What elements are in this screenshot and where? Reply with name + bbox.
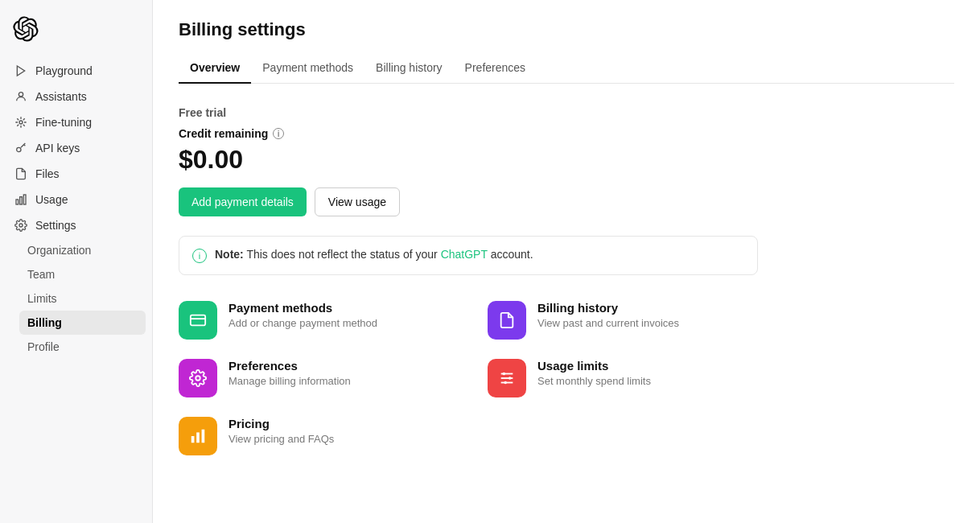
tab-payment-methods[interactable]: Payment methods <box>251 53 364 84</box>
svg-point-10 <box>196 376 200 381</box>
tab-preferences[interactable]: Preferences <box>454 53 537 84</box>
play-icon <box>14 64 27 77</box>
sidebar-item-profile[interactable]: Profile <box>19 335 146 359</box>
card-title-pricing: Pricing <box>229 417 334 430</box>
card-info-billing-history: Billing history View past and current in… <box>537 301 679 329</box>
sidebar-item-settings[interactable]: Settings <box>6 212 146 238</box>
svg-point-7 <box>19 224 23 227</box>
tab-billing-history[interactable]: Billing history <box>364 53 453 84</box>
card-desc-payment-methods: Add or change payment method <box>229 317 377 329</box>
card-icon-billing-history <box>488 301 526 340</box>
credit-info-icon[interactable]: i <box>273 128 284 139</box>
svg-rect-5 <box>20 197 23 204</box>
card-title-billing-history: Billing history <box>537 301 679 315</box>
card-info-usage-limits: Usage limits Set monthly spend limits <box>537 359 651 387</box>
card-preferences[interactable]: Preferences Manage billing information <box>179 359 449 397</box>
card-billing-history[interactable]: Billing history View past and current in… <box>488 301 758 340</box>
card-desc-pricing: View pricing and FAQs <box>229 433 334 445</box>
svg-rect-4 <box>16 200 19 204</box>
card-desc-usage-limits: Set monthly spend limits <box>537 375 651 387</box>
tab-overview[interactable]: Overview <box>179 53 251 84</box>
note-text: Note: This does not reflect the status o… <box>215 248 533 261</box>
sidebar-item-limits[interactable]: Limits <box>19 286 146 311</box>
svg-rect-8 <box>191 315 205 326</box>
main-content: Billing settings Overview Payment method… <box>153 0 980 523</box>
card-info-pricing: Pricing View pricing and FAQs <box>229 417 334 445</box>
add-payment-button[interactable]: Add payment details <box>179 187 307 216</box>
free-trial-label: Free trial <box>179 106 954 119</box>
credit-label-row: Credit remaining i <box>179 127 954 140</box>
svg-marker-0 <box>17 66 24 76</box>
card-usage-limits[interactable]: Usage limits Set monthly spend limits <box>488 359 758 397</box>
svg-point-15 <box>509 377 512 380</box>
card-pricing[interactable]: Pricing View pricing and FAQs <box>179 417 449 455</box>
card-info-payment-methods: Payment methods Add or change payment me… <box>229 301 377 329</box>
file-icon <box>14 167 27 180</box>
sidebar-item-files[interactable]: Files <box>6 161 146 187</box>
page-title: Billing settings <box>179 19 954 40</box>
card-icon-pricing <box>179 417 217 455</box>
svg-point-16 <box>504 381 507 385</box>
tabs: Overview Payment methods Billing history… <box>179 53 954 84</box>
sidebar: Playground Assistants Fine-tuning API ke… <box>0 0 153 523</box>
svg-rect-18 <box>196 432 200 443</box>
note-icon: i <box>192 249 207 263</box>
card-icon-payment-methods <box>179 301 217 340</box>
action-buttons: Add payment details View usage <box>179 187 954 216</box>
svg-rect-17 <box>191 436 195 443</box>
card-desc-preferences: Manage billing information <box>229 375 351 387</box>
card-title-payment-methods: Payment methods <box>229 301 377 315</box>
card-icon-preferences <box>179 359 217 397</box>
svg-point-3 <box>17 147 21 151</box>
key-icon <box>14 142 27 154</box>
chart-bar-icon <box>14 193 27 206</box>
card-title-preferences: Preferences <box>229 359 351 373</box>
note-box: i Note: This does not reflect the status… <box>179 236 758 275</box>
svg-point-2 <box>19 121 23 124</box>
settings-icon <box>14 219 27 232</box>
card-desc-billing-history: View past and current invoices <box>537 317 679 329</box>
svg-rect-19 <box>202 430 205 443</box>
card-info-preferences: Preferences Manage billing information <box>229 359 351 387</box>
view-usage-button[interactable]: View usage <box>315 187 400 216</box>
tune-icon <box>14 116 27 129</box>
sidebar-item-api-keys[interactable]: API keys <box>6 135 146 161</box>
person-icon <box>14 90 27 103</box>
card-title-usage-limits: Usage limits <box>537 359 651 373</box>
sidebar-item-assistants[interactable]: Assistants <box>6 84 146 109</box>
sidebar-item-usage[interactable]: Usage <box>6 187 146 212</box>
sidebar-item-playground[interactable]: Playground <box>6 58 146 84</box>
sidebar-item-billing[interactable]: Billing <box>19 311 146 335</box>
sidebar-item-organization[interactable]: Organization <box>19 238 146 262</box>
sidebar-item-team[interactable]: Team <box>19 262 146 286</box>
credit-amount: $0.00 <box>179 145 954 175</box>
svg-rect-6 <box>23 195 26 204</box>
svg-point-1 <box>19 93 23 97</box>
sidebar-item-fine-tuning[interactable]: Fine-tuning <box>6 109 146 135</box>
billing-cards-grid: Payment methods Add or change payment me… <box>179 301 758 455</box>
card-icon-usage-limits <box>488 359 526 397</box>
card-payment-methods[interactable]: Payment methods Add or change payment me… <box>179 301 449 340</box>
settings-sub-menu: Organization Team Limits Billing Profile <box>6 238 146 359</box>
logo <box>6 13 146 58</box>
svg-point-14 <box>503 373 506 376</box>
chatgpt-link[interactable]: ChatGPT <box>441 248 488 261</box>
